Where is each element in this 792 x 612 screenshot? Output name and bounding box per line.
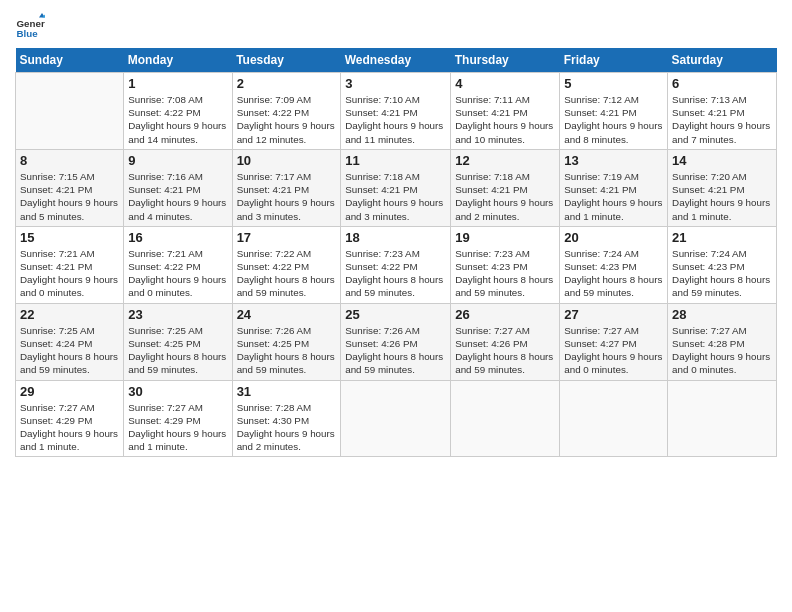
calendar-cell: 23 Sunrise: 7:25 AMSunset: 4:25 PMDaylig… bbox=[124, 303, 232, 380]
day-number: 14 bbox=[672, 153, 772, 168]
day-number: 8 bbox=[20, 153, 119, 168]
calendar-cell: 31 Sunrise: 7:28 AMSunset: 4:30 PMDaylig… bbox=[232, 380, 341, 457]
calendar-cell: 19 Sunrise: 7:23 AMSunset: 4:23 PMDaylig… bbox=[451, 226, 560, 303]
day-info: Sunrise: 7:11 AMSunset: 4:21 PMDaylight … bbox=[455, 94, 553, 145]
calendar-cell: 20 Sunrise: 7:24 AMSunset: 4:23 PMDaylig… bbox=[560, 226, 668, 303]
calendar-cell: 12 Sunrise: 7:18 AMSunset: 4:21 PMDaylig… bbox=[451, 149, 560, 226]
day-number: 17 bbox=[237, 230, 337, 245]
day-number: 21 bbox=[672, 230, 772, 245]
calendar-cell: 3 Sunrise: 7:10 AMSunset: 4:21 PMDayligh… bbox=[341, 73, 451, 150]
day-info: Sunrise: 7:09 AMSunset: 4:22 PMDaylight … bbox=[237, 94, 335, 145]
day-number: 13 bbox=[564, 153, 663, 168]
day-number: 15 bbox=[20, 230, 119, 245]
col-header-monday: Monday bbox=[124, 48, 232, 73]
day-number: 27 bbox=[564, 307, 663, 322]
calendar-cell bbox=[341, 380, 451, 457]
calendar-cell: 17 Sunrise: 7:22 AMSunset: 4:22 PMDaylig… bbox=[232, 226, 341, 303]
day-info: Sunrise: 7:27 AMSunset: 4:29 PMDaylight … bbox=[128, 402, 226, 453]
day-number: 9 bbox=[128, 153, 227, 168]
svg-text:Blue: Blue bbox=[17, 28, 39, 39]
day-number: 1 bbox=[128, 76, 227, 91]
calendar-cell: 5 Sunrise: 7:12 AMSunset: 4:21 PMDayligh… bbox=[560, 73, 668, 150]
day-info: Sunrise: 7:28 AMSunset: 4:30 PMDaylight … bbox=[237, 402, 335, 453]
col-header-tuesday: Tuesday bbox=[232, 48, 341, 73]
day-number: 16 bbox=[128, 230, 227, 245]
col-header-wednesday: Wednesday bbox=[341, 48, 451, 73]
day-info: Sunrise: 7:16 AMSunset: 4:21 PMDaylight … bbox=[128, 171, 226, 222]
day-number: 10 bbox=[237, 153, 337, 168]
day-info: Sunrise: 7:18 AMSunset: 4:21 PMDaylight … bbox=[455, 171, 553, 222]
day-info: Sunrise: 7:17 AMSunset: 4:21 PMDaylight … bbox=[237, 171, 335, 222]
day-number: 6 bbox=[672, 76, 772, 91]
calendar-cell: 4 Sunrise: 7:11 AMSunset: 4:21 PMDayligh… bbox=[451, 73, 560, 150]
day-number: 18 bbox=[345, 230, 446, 245]
calendar-cell bbox=[16, 73, 124, 150]
day-info: Sunrise: 7:23 AMSunset: 4:22 PMDaylight … bbox=[345, 248, 443, 299]
calendar-cell bbox=[668, 380, 777, 457]
calendar-cell: 21 Sunrise: 7:24 AMSunset: 4:23 PMDaylig… bbox=[668, 226, 777, 303]
day-info: Sunrise: 7:21 AMSunset: 4:22 PMDaylight … bbox=[128, 248, 226, 299]
calendar-cell: 9 Sunrise: 7:16 AMSunset: 4:21 PMDayligh… bbox=[124, 149, 232, 226]
day-info: Sunrise: 7:10 AMSunset: 4:21 PMDaylight … bbox=[345, 94, 443, 145]
day-number: 22 bbox=[20, 307, 119, 322]
day-number: 30 bbox=[128, 384, 227, 399]
day-info: Sunrise: 7:23 AMSunset: 4:23 PMDaylight … bbox=[455, 248, 553, 299]
day-number: 31 bbox=[237, 384, 337, 399]
calendar-cell: 16 Sunrise: 7:21 AMSunset: 4:22 PMDaylig… bbox=[124, 226, 232, 303]
day-number: 2 bbox=[237, 76, 337, 91]
calendar-cell: 22 Sunrise: 7:25 AMSunset: 4:24 PMDaylig… bbox=[16, 303, 124, 380]
calendar-cell: 29 Sunrise: 7:27 AMSunset: 4:29 PMDaylig… bbox=[16, 380, 124, 457]
calendar-cell: 2 Sunrise: 7:09 AMSunset: 4:22 PMDayligh… bbox=[232, 73, 341, 150]
calendar-cell: 1 Sunrise: 7:08 AMSunset: 4:22 PMDayligh… bbox=[124, 73, 232, 150]
day-info: Sunrise: 7:26 AMSunset: 4:26 PMDaylight … bbox=[345, 325, 443, 376]
svg-text:General: General bbox=[17, 18, 46, 29]
day-number: 5 bbox=[564, 76, 663, 91]
day-info: Sunrise: 7:26 AMSunset: 4:25 PMDaylight … bbox=[237, 325, 335, 376]
logo: General Blue bbox=[15, 10, 45, 40]
calendar-cell: 15 Sunrise: 7:21 AMSunset: 4:21 PMDaylig… bbox=[16, 226, 124, 303]
calendar-cell: 27 Sunrise: 7:27 AMSunset: 4:27 PMDaylig… bbox=[560, 303, 668, 380]
day-info: Sunrise: 7:19 AMSunset: 4:21 PMDaylight … bbox=[564, 171, 662, 222]
day-number: 23 bbox=[128, 307, 227, 322]
calendar-cell: 28 Sunrise: 7:27 AMSunset: 4:28 PMDaylig… bbox=[668, 303, 777, 380]
day-number: 26 bbox=[455, 307, 555, 322]
day-info: Sunrise: 7:21 AMSunset: 4:21 PMDaylight … bbox=[20, 248, 118, 299]
calendar-cell: 24 Sunrise: 7:26 AMSunset: 4:25 PMDaylig… bbox=[232, 303, 341, 380]
day-info: Sunrise: 7:18 AMSunset: 4:21 PMDaylight … bbox=[345, 171, 443, 222]
day-info: Sunrise: 7:24 AMSunset: 4:23 PMDaylight … bbox=[672, 248, 770, 299]
day-number: 25 bbox=[345, 307, 446, 322]
col-header-thursday: Thursday bbox=[451, 48, 560, 73]
calendar-cell: 10 Sunrise: 7:17 AMSunset: 4:21 PMDaylig… bbox=[232, 149, 341, 226]
day-info: Sunrise: 7:25 AMSunset: 4:24 PMDaylight … bbox=[20, 325, 118, 376]
day-number: 3 bbox=[345, 76, 446, 91]
day-info: Sunrise: 7:08 AMSunset: 4:22 PMDaylight … bbox=[128, 94, 226, 145]
day-number: 24 bbox=[237, 307, 337, 322]
day-info: Sunrise: 7:22 AMSunset: 4:22 PMDaylight … bbox=[237, 248, 335, 299]
day-info: Sunrise: 7:20 AMSunset: 4:21 PMDaylight … bbox=[672, 171, 770, 222]
calendar-cell: 25 Sunrise: 7:26 AMSunset: 4:26 PMDaylig… bbox=[341, 303, 451, 380]
day-number: 11 bbox=[345, 153, 446, 168]
calendar-cell bbox=[451, 380, 560, 457]
day-info: Sunrise: 7:24 AMSunset: 4:23 PMDaylight … bbox=[564, 248, 662, 299]
day-info: Sunrise: 7:27 AMSunset: 4:28 PMDaylight … bbox=[672, 325, 770, 376]
calendar-cell: 6 Sunrise: 7:13 AMSunset: 4:21 PMDayligh… bbox=[668, 73, 777, 150]
day-info: Sunrise: 7:25 AMSunset: 4:25 PMDaylight … bbox=[128, 325, 226, 376]
calendar-cell: 13 Sunrise: 7:19 AMSunset: 4:21 PMDaylig… bbox=[560, 149, 668, 226]
day-number: 29 bbox=[20, 384, 119, 399]
calendar-cell: 14 Sunrise: 7:20 AMSunset: 4:21 PMDaylig… bbox=[668, 149, 777, 226]
day-number: 12 bbox=[455, 153, 555, 168]
day-number: 4 bbox=[455, 76, 555, 91]
calendar-container: General Blue SundayMondayTuesdayWednesda… bbox=[0, 0, 792, 467]
day-info: Sunrise: 7:13 AMSunset: 4:21 PMDaylight … bbox=[672, 94, 770, 145]
calendar-cell: 18 Sunrise: 7:23 AMSunset: 4:22 PMDaylig… bbox=[341, 226, 451, 303]
day-number: 20 bbox=[564, 230, 663, 245]
header: General Blue bbox=[15, 10, 777, 40]
day-info: Sunrise: 7:27 AMSunset: 4:26 PMDaylight … bbox=[455, 325, 553, 376]
col-header-friday: Friday bbox=[560, 48, 668, 73]
calendar-cell bbox=[560, 380, 668, 457]
day-info: Sunrise: 7:15 AMSunset: 4:21 PMDaylight … bbox=[20, 171, 118, 222]
calendar-cell: 11 Sunrise: 7:18 AMSunset: 4:21 PMDaylig… bbox=[341, 149, 451, 226]
calendar-table: SundayMondayTuesdayWednesdayThursdayFrid… bbox=[15, 48, 777, 457]
day-info: Sunrise: 7:12 AMSunset: 4:21 PMDaylight … bbox=[564, 94, 662, 145]
day-info: Sunrise: 7:27 AMSunset: 4:29 PMDaylight … bbox=[20, 402, 118, 453]
